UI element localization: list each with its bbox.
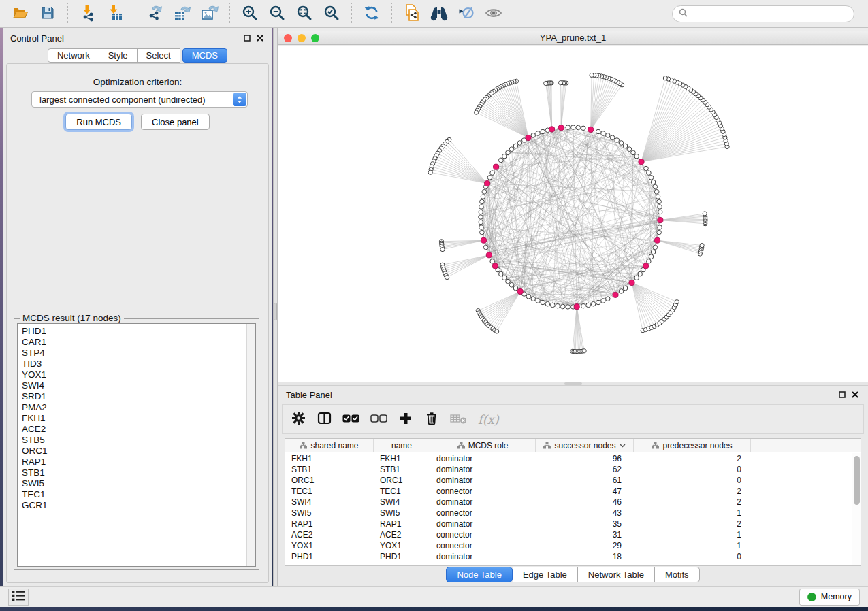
table-cell: YOX1	[374, 541, 430, 550]
column-header-successor-nodes[interactable]: successor nodes	[536, 439, 634, 452]
close-icon	[852, 390, 858, 400]
open-file-button[interactable]	[7, 2, 34, 25]
search-input[interactable]	[691, 8, 848, 19]
mcds-result-item[interactable]: CAR1	[22, 337, 246, 348]
show-eye-icon	[484, 5, 503, 22]
table-row[interactable]: PHD1PHD1dominator180	[285, 551, 852, 562]
column-header-predecessor-nodes[interactable]: predecessor nodes	[634, 439, 751, 452]
tab-edge-table[interactable]: Edge Table	[513, 567, 578, 582]
table-cell: 2	[634, 486, 751, 496]
mcds-result-item[interactable]: GCR1	[22, 500, 246, 511]
table-cell: 29	[536, 541, 634, 550]
mcds-list-scrollbar[interactable]	[246, 324, 255, 566]
deselect-all-rows-button[interactable]	[369, 408, 389, 430]
network-view[interactable]	[278, 46, 868, 382]
table-row[interactable]: SWI5SWI5connector431	[285, 508, 852, 518]
mcds-result-item[interactable]: PMA2	[22, 402, 246, 413]
delete-column-button[interactable]	[423, 408, 440, 430]
column-header-name[interactable]: name	[374, 439, 430, 452]
network-graph[interactable]	[278, 46, 868, 382]
import-network-icon	[79, 4, 97, 24]
tab-mcds[interactable]: MCDS	[182, 48, 227, 63]
toggle-annotations-button[interactable]	[453, 2, 480, 25]
mcds-result-item[interactable]: RAP1	[22, 457, 246, 467]
mcds-result-item[interactable]: ORC1	[22, 446, 246, 457]
mcds-result-item[interactable]: SWI4	[22, 380, 246, 391]
find-binoculars-button[interactable]	[425, 2, 453, 25]
mcds-result-item[interactable]: ACE2	[22, 424, 246, 435]
zoom-selected-button[interactable]	[318, 2, 345, 25]
mcds-result-item[interactable]: SWI5	[22, 478, 246, 489]
main-toolbar	[0, 0, 868, 28]
table-cell: 46	[536, 497, 634, 507]
mcds-result-item[interactable]: STB1	[22, 467, 246, 478]
node-table: shared namenameMCDS rolesuccessor nodesp…	[285, 438, 861, 566]
table-cell: 0	[634, 476, 751, 485]
memory-button[interactable]: Memory	[799, 589, 860, 606]
table-scrollbar-thumb[interactable]	[854, 456, 860, 505]
table-row[interactable]: TEC1TEC1connector472	[285, 486, 852, 497]
table-settings-button[interactable]	[289, 408, 307, 430]
horizontal-splitter-handle[interactable]	[564, 382, 582, 385]
show-graphics-details-button[interactable]	[480, 2, 507, 25]
table-row[interactable]: RAP1RAP1dominator352	[285, 518, 852, 529]
mcds-result-title: MCDS result (17 nodes)	[20, 313, 124, 323]
table-toolbar: f(x)	[282, 404, 864, 434]
close-table-panel-button[interactable]	[852, 390, 858, 400]
table-cell: YOX1	[285, 541, 374, 550]
table-cell: RAP1	[374, 519, 430, 529]
mcds-result-item[interactable]: TEC1	[22, 489, 246, 500]
add-icon	[399, 412, 413, 427]
mcds-result-item[interactable]: PHD1	[22, 326, 246, 337]
mcds-result-item[interactable]: SRD1	[22, 391, 246, 402]
export-network-button[interactable]	[142, 2, 169, 25]
optimization-criterion-select[interactable]: largest connected component (undirected)	[31, 91, 248, 108]
float-icon	[839, 390, 846, 400]
function-builder-button: f(x)	[477, 408, 500, 430]
mcds-result-item[interactable]: FKH1	[22, 413, 246, 424]
mcds-result-item[interactable]: TID3	[22, 359, 246, 369]
table-scrollbar[interactable]	[852, 453, 861, 565]
mcds-result-item[interactable]: STP4	[22, 348, 246, 359]
table-row[interactable]: STB1STB1dominator620	[285, 464, 852, 475]
table-row[interactable]: YOX1YOX1connector291	[285, 540, 852, 551]
table-row[interactable]: ACE2ACE2connector311	[285, 529, 852, 540]
tab-node-table[interactable]: Node Table	[446, 567, 513, 582]
task-history-button[interactable]	[8, 589, 29, 606]
vertical-splitter[interactable]	[273, 28, 278, 586]
table-row[interactable]: FKH1FKH1dominator962	[285, 453, 852, 464]
tab-motifs[interactable]: Motifs	[655, 567, 700, 582]
export-table-button[interactable]	[169, 2, 196, 25]
float-table-panel-button[interactable]	[839, 390, 846, 400]
memory-label: Memory	[821, 592, 852, 601]
close-panel-action-button[interactable]: Close panel	[141, 114, 210, 130]
show-hide-columns-button[interactable]	[315, 408, 333, 430]
table-panel: Table Panel f(x) shared namenameMCDS rol…	[278, 385, 868, 586]
export-image-button[interactable]	[196, 2, 223, 25]
column-header-mcds-role[interactable]: MCDS role	[430, 439, 536, 452]
table-row[interactable]: SWI4SWI4dominator462	[285, 497, 852, 508]
mcds-result-item[interactable]: STB5	[22, 435, 246, 446]
tab-select[interactable]: Select	[138, 48, 180, 63]
column-header-shared-name[interactable]: shared name	[285, 439, 374, 452]
refresh-layout-button[interactable]	[358, 2, 385, 25]
close-panel-button[interactable]	[257, 33, 263, 44]
tab-network-table[interactable]: Network Table	[578, 567, 655, 582]
add-column-button[interactable]	[397, 408, 415, 430]
vertical-splitter-handle[interactable]	[274, 303, 277, 320]
zoom-out-button[interactable]	[263, 2, 291, 25]
tab-style[interactable]: Style	[99, 48, 138, 63]
import-table-button[interactable]	[101, 2, 129, 25]
zoom-in-button[interactable]	[236, 2, 263, 25]
zoom-fit-button[interactable]	[291, 2, 318, 25]
search-field[interactable]	[672, 5, 854, 22]
float-panel-button[interactable]	[244, 33, 251, 44]
share-network-document-button[interactable]	[398, 2, 425, 25]
import-network-button[interactable]	[74, 2, 101, 25]
tab-network[interactable]: Network	[48, 48, 99, 63]
table-row[interactable]: ORC1ORC1dominator610	[285, 475, 852, 486]
run-mcds-button[interactable]: Run MCDS	[65, 114, 132, 130]
mcds-result-item[interactable]: YOX1	[22, 369, 246, 380]
save-session-button[interactable]	[34, 2, 61, 25]
select-all-rows-button[interactable]	[341, 408, 361, 430]
